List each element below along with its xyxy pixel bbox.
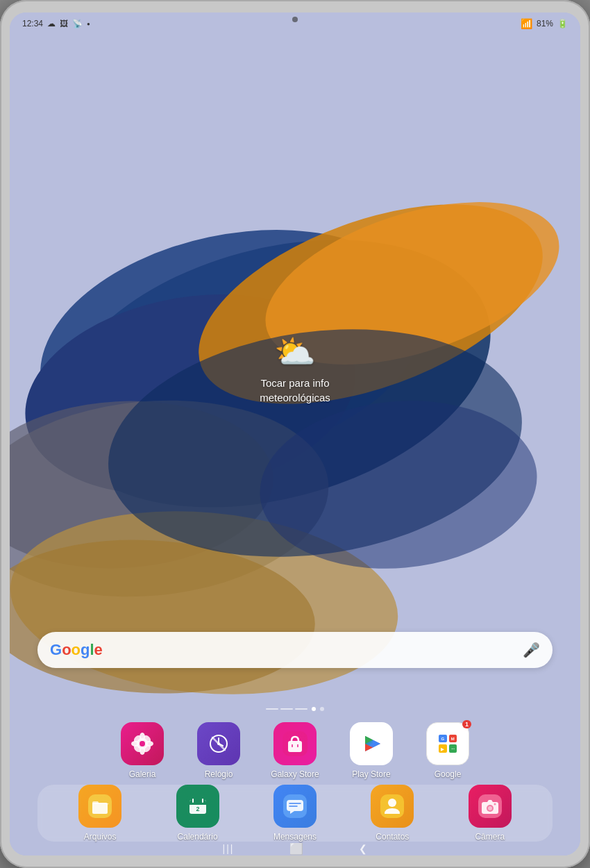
app-galaxy-store[interactable]: Galaxy Store <box>267 722 323 779</box>
google-logo: Google <box>50 641 103 659</box>
svg-point-13 <box>140 741 145 746</box>
page-line-2 <box>280 708 293 710</box>
weather-text-line2: meteorológicas <box>260 392 330 403</box>
status-time: 12:34 <box>22 19 43 28</box>
google-label: Google <box>435 769 462 779</box>
battery-icon: 🔋 <box>557 19 568 28</box>
camera-notch <box>292 17 298 22</box>
messages-icon <box>273 785 317 828</box>
page-dot-active <box>312 707 316 711</box>
contacts-icon <box>371 785 414 828</box>
app-play-store[interactable]: Play Store <box>344 722 399 779</box>
tablet-screen: 12:34 ☁ 🖼 📡 ● 📶 81% 🔋 ⛅ Tocar para info … <box>10 12 580 856</box>
tablet-device: 12:34 ☁ 🖼 📡 ● 📶 81% 🔋 ⛅ Tocar para info … <box>0 0 590 868</box>
svg-rect-28 <box>288 741 302 752</box>
dock-camera[interactable]: Câmera <box>462 785 518 842</box>
status-right: 📶 81% 🔋 <box>521 18 568 29</box>
weather-emoji: ⛅ <box>274 333 316 370</box>
google-grid: G M ▶ ⋯ <box>436 732 460 756</box>
nav-back-button[interactable]: ❮ <box>359 843 367 854</box>
files-icon <box>78 785 121 828</box>
google-y-cell: ▶ <box>439 744 447 753</box>
svg-point-52 <box>388 799 396 807</box>
status-left: 12:34 ☁ 🖼 📡 ● <box>22 19 90 28</box>
page-indicator-row <box>266 707 324 711</box>
dock-messages[interactable]: Mensagens <box>267 785 323 842</box>
wifi-icon: 📶 <box>521 18 532 29</box>
svg-text:2: 2 <box>196 806 199 812</box>
dot-indicator: ● <box>87 21 90 27</box>
galeria-icon <box>121 722 164 765</box>
status-bar: 12:34 ☁ 🖼 📡 ● 📶 81% 🔋 <box>10 12 580 35</box>
nav-home-button[interactable]: ⬜ <box>289 842 303 856</box>
cloud-notification-icon: ☁ <box>47 19 56 28</box>
battery-level: 81% <box>537 19 553 28</box>
dock-calendar[interactable]: 2 Calendário <box>170 785 226 842</box>
dock-files[interactable]: Arquivos <box>72 785 128 842</box>
relogio-label: Relógio <box>205 769 233 779</box>
contacts-label: Contatos <box>376 832 409 842</box>
svg-point-57 <box>494 803 496 806</box>
camera-icon <box>469 785 512 828</box>
google-m-cell: M <box>449 735 457 742</box>
app-galeria[interactable]: Galeria <box>115 722 170 779</box>
page-lines <box>266 708 307 710</box>
page-line-3 <box>295 708 307 710</box>
weather-icon: ⛅ <box>260 333 330 372</box>
dock-contacts[interactable]: Contatos <box>364 785 420 842</box>
page-line-1 <box>266 708 278 710</box>
calendar-label: Calendário <box>178 832 218 842</box>
app-relogio[interactable]: Relógio <box>191 722 246 779</box>
page-dot-inactive <box>320 707 324 711</box>
google-g-cell: G <box>439 735 447 742</box>
messages-label: Mensagens <box>273 832 317 842</box>
svg-rect-42 <box>189 803 206 805</box>
weather-text-line1: Tocar para info <box>260 377 329 389</box>
image-notification-icon: 🖼 <box>60 19 68 28</box>
galaxy-store-icon <box>273 722 317 765</box>
search-bar[interactable]: Google 🎤 <box>37 632 553 668</box>
svg-point-56 <box>488 806 492 810</box>
camera-label: Câmera <box>475 832 505 842</box>
app-grid: Galeria Relógio <box>10 707 580 779</box>
app-google[interactable]: 1 G M ▶ ⋯ Google <box>420 722 475 779</box>
play-store-icon <box>350 722 393 765</box>
weather-widget[interactable]: ⛅ Tocar para info meteorológicas <box>260 333 330 405</box>
calendar-icon: 2 <box>176 785 219 828</box>
galaxy-store-label: Galaxy Store <box>271 769 319 779</box>
weather-text: Tocar para info meteorológicas <box>260 376 330 405</box>
nav-recents-button[interactable]: ||| <box>223 843 235 854</box>
nav-bar: ||| ⬜ ❮ <box>10 843 580 856</box>
files-label: Arquivos <box>84 832 117 842</box>
svg-rect-38 <box>92 803 108 814</box>
play-store-label: Play Store <box>352 769 390 779</box>
cast-notification-icon: 📡 <box>72 19 83 28</box>
google-more-cell: ⋯ <box>449 744 457 753</box>
google-icon: 1 G M ▶ ⋯ <box>426 722 469 765</box>
relogio-icon <box>197 722 240 765</box>
dock: Arquivos 2 Calendário <box>37 785 553 842</box>
google-badge: 1 <box>462 720 471 728</box>
mic-icon[interactable]: 🎤 <box>523 642 540 658</box>
app-row-main: Galeria Relógio <box>115 722 475 779</box>
galeria-label: Galeria <box>129 769 156 779</box>
svg-rect-47 <box>287 800 303 811</box>
